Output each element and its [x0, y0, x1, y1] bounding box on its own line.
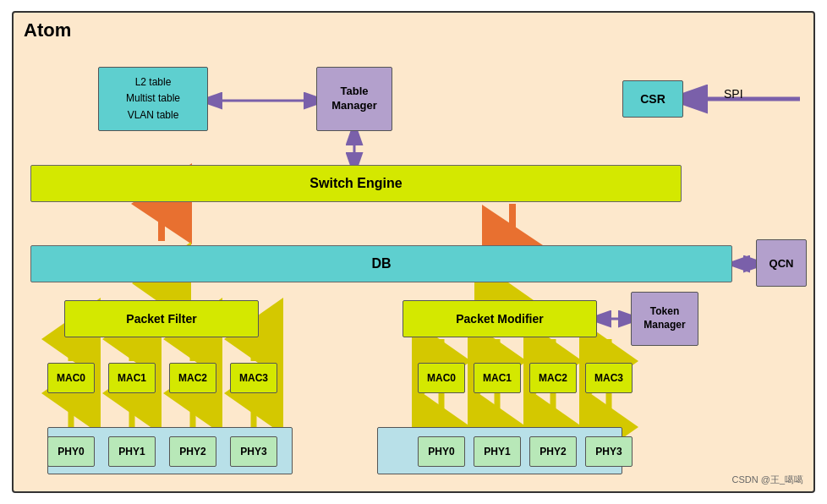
main-container: Atom	[0, 0, 827, 504]
mac0-left: MAC0	[47, 363, 95, 393]
qcn-box: QCN	[756, 239, 807, 287]
phy3-left: PHY3	[230, 436, 277, 467]
qcn-label: QCN	[769, 257, 794, 270]
packet-modifier-box: Packet Modifier	[403, 300, 597, 337]
tables-block: L2 table Multist table VLAN table	[98, 67, 208, 131]
phy2-right: PHY2	[529, 436, 577, 467]
watermark: CSDN @王_噶噶	[731, 474, 803, 486]
phy2-left: PHY2	[169, 436, 216, 467]
atom-title: Atom	[24, 19, 71, 41]
db-bar: DB	[30, 245, 732, 282]
db-label: DB	[371, 256, 391, 271]
phy1-left: PHY1	[108, 436, 156, 467]
phy0-left: PHY0	[47, 436, 95, 467]
l2-table-label: L2 table	[135, 74, 172, 90]
mac1-left: MAC1	[108, 363, 156, 393]
phy1-right: PHY1	[474, 436, 521, 467]
phy0-right: PHY0	[418, 436, 465, 467]
mac3-right: MAC3	[585, 363, 633, 393]
csr-box: CSR	[622, 80, 683, 118]
mac2-left: MAC2	[169, 363, 216, 393]
spi-label: SPI	[724, 87, 743, 101]
token-manager-box: TokenManager	[631, 292, 698, 346]
csr-label: CSR	[640, 92, 665, 106]
multist-table-label: Multist table	[126, 90, 180, 107]
packet-filter-box: Packet Filter	[64, 300, 259, 337]
mac2-right: MAC2	[529, 363, 577, 393]
packet-filter-label: Packet Filter	[126, 312, 196, 326]
table-manager-label: TableManager	[331, 85, 376, 113]
switch-engine-box: Switch Engine	[30, 165, 682, 202]
token-manager-label: TokenManager	[644, 305, 685, 331]
table-manager-box: TableManager	[316, 67, 392, 131]
atom-box: Atom	[12, 11, 815, 493]
mac0-right: MAC0	[418, 363, 465, 393]
packet-modifier-label: Packet Modifier	[456, 312, 543, 326]
mac1-right: MAC1	[474, 363, 521, 393]
vlan-table-label: VLAN table	[128, 107, 179, 123]
switch-engine-label: Switch Engine	[309, 176, 402, 191]
mac3-left: MAC3	[230, 363, 277, 393]
phy3-right: PHY3	[585, 436, 633, 467]
